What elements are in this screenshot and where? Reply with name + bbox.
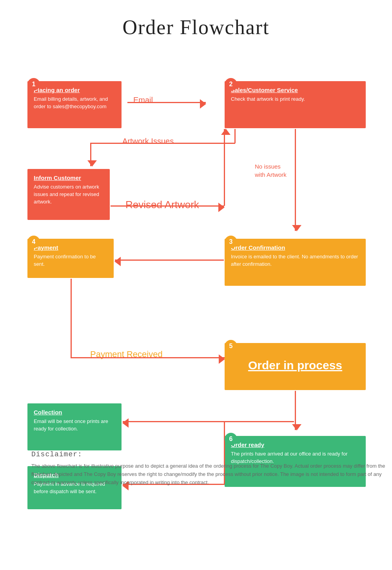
box-sales: Sales/Customer Service Check that artwor… [225,81,366,128]
box-order-confirm: Order Confirmation Invoice is emailed to… [225,239,366,286]
arrow-down-no-issues [295,129,296,231]
page-title: Order Flowchart [0,0,392,51]
box-order-process: Order in process [225,343,366,390]
step-circle-6: 6 [225,433,237,445]
payment-body: Payment confirmation to be sent. [34,253,107,268]
arrow-to-order-process [71,357,225,358]
box-placing-order: Placing an order Email billing details, … [27,81,122,128]
artwork-issues-label: Artwork Issues [122,137,174,146]
email-label: Email [133,96,153,105]
box1-title: Placing an order [34,87,115,93]
arrow-to-collection [123,421,294,422]
confirm-body: Invoice is emailed to the client. No ame… [231,253,359,268]
ready-title: Order ready [231,441,359,448]
inform-body: Advise customers on artwork issues and r… [34,183,103,206]
no-issues-label: No issues with Artwork [255,162,287,179]
arrow-up-right [224,129,225,206]
box1-body: Email billing details, artwork, and orde… [34,96,115,111]
step-circle-3: 3 [225,236,237,248]
revised-artwork-label: Revised Artwork [125,199,199,211]
box-collection: Collection Email will be sent once print… [27,403,122,450]
process-title: Order in process [248,359,342,372]
line-down-payment [71,279,72,357]
step-circle-2: 2 [225,78,237,91]
disclaimer-title: Disclaimer: [31,450,392,458]
step-circle-5: 5 [225,340,237,352]
arrow-to-inform [90,143,91,166]
box-inform: Inform Customer Advise customers on artw… [27,169,110,220]
step-circle-4: 4 [27,236,40,248]
artwork-issues-vline-right [234,129,236,143]
box2-title: Sales/Customer Service [231,87,359,93]
disclaimer-text: The above flowchart is for illustrative … [31,462,392,486]
box-payment: Payment Payment confirmation to be sent. [27,239,114,278]
box2-body: Check that artwork is print ready. [231,96,359,103]
payment-title: Payment [34,244,107,251]
step-circle-1: 1 [27,78,40,91]
confirm-title: Order Confirmation [231,244,359,251]
arrow-revised [111,205,224,207]
collection-title: Collection [34,409,115,416]
arrow-payment [115,260,224,261]
inform-title: Inform Customer [34,174,103,181]
arrow-email [127,102,206,103]
artwork-issues-hline [90,143,235,144]
arrow-down-from-process [295,391,296,430]
collection-body: Email will be sent once prints are ready… [34,418,115,433]
disclaimer-section: Disclaimer: The above flowchart is for i… [31,450,392,502]
